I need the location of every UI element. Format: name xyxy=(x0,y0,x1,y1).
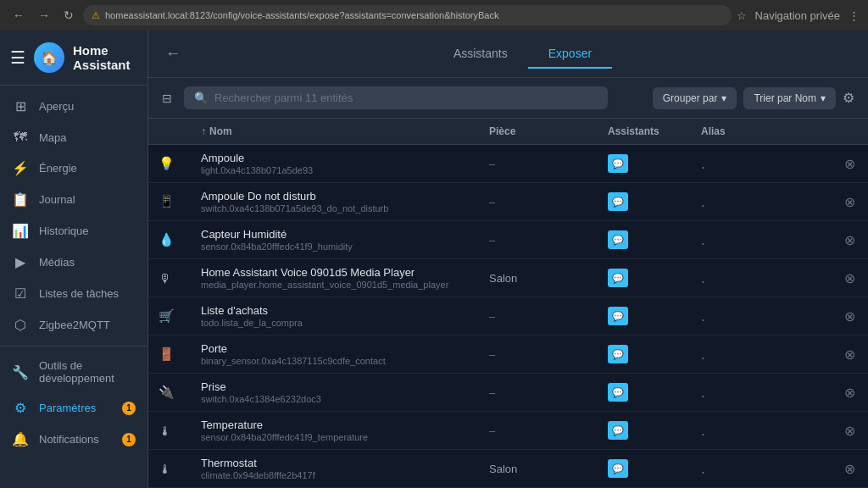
menu-icon[interactable]: ⋮ xyxy=(849,9,860,22)
alias-value: . xyxy=(701,308,705,324)
search-input[interactable] xyxy=(214,92,598,104)
entity-id: media_player.home_assistant_voice_0901d5… xyxy=(201,280,469,290)
remove-entity-button[interactable]: ⊗ xyxy=(844,308,855,324)
entity-alias-cell: . xyxy=(691,450,834,488)
entity-name: Liste d'achats xyxy=(201,304,469,317)
entity-remove-cell[interactable]: ⊗ xyxy=(834,336,868,374)
entity-id: sensor.0x84ba20fffedc41f9_temperature xyxy=(201,432,469,442)
group-chevron-icon: ▾ xyxy=(721,92,726,104)
entity-assistants-cell[interactable]: 💬 xyxy=(598,412,691,450)
entity-piece-cell: – xyxy=(479,374,598,412)
entity-remove-cell[interactable]: ⊗ xyxy=(834,412,868,450)
sidebar-item-listes[interactable]: ☑ Listes de tâches xyxy=(0,278,147,309)
sidebar-item-params[interactable]: ⚙ Paramètres 1 xyxy=(0,392,147,424)
back-navigation-button[interactable]: ← xyxy=(165,45,181,63)
entity-alias-cell: . xyxy=(691,221,834,259)
entity-name-cell: Ampoule Do not disturb switch.0xa4c138b0… xyxy=(191,183,479,221)
assistant-icon[interactable]: 💬 xyxy=(608,230,628,249)
entity-piece-cell: – xyxy=(479,221,598,259)
col-assistants: Assistants xyxy=(598,119,691,145)
entity-remove-cell[interactable]: ⊗ xyxy=(834,183,868,221)
sidebar-item-zigbee[interactable]: ⬡ Zigbee2MQTT xyxy=(0,309,147,341)
entity-type-icon: 🎙 xyxy=(148,259,191,297)
assistant-icon[interactable]: 💬 xyxy=(608,307,628,325)
assistant-icon[interactable]: 💬 xyxy=(608,383,628,402)
entity-type-icon: 🌡 xyxy=(148,412,191,450)
entity-remove-cell[interactable]: ⊗ xyxy=(834,297,868,336)
journal-icon: 📋 xyxy=(12,191,29,208)
entity-assistants-cell[interactable]: 💬 xyxy=(598,183,691,221)
sidebar-item-mapa[interactable]: 🗺 Mapa xyxy=(0,122,147,152)
entity-alias-cell: . xyxy=(691,183,834,221)
entity-remove-cell[interactable]: ⊗ xyxy=(834,145,868,183)
remove-entity-button[interactable]: ⊗ xyxy=(844,156,855,172)
entity-assistants-cell[interactable]: 💬 xyxy=(598,145,691,183)
table-row: 💧 Capteur Humidité sensor.0x84ba20fffedc… xyxy=(148,221,868,259)
entity-remove-cell[interactable]: ⊗ xyxy=(834,259,868,297)
group-by-button[interactable]: Grouper par ▾ xyxy=(653,87,737,109)
entity-name: Ampoule Do not disturb xyxy=(201,190,469,202)
remove-entity-button[interactable]: ⊗ xyxy=(844,385,855,401)
remove-entity-button[interactable]: ⊗ xyxy=(844,461,855,477)
entity-type-icon: 🛒 xyxy=(148,297,191,336)
settings-icon[interactable]: ⚙ xyxy=(843,90,854,106)
entity-assistants-cell[interactable]: 💬 xyxy=(598,450,691,488)
remove-entity-button[interactable]: ⊗ xyxy=(844,347,855,363)
sidebar-item-journal[interactable]: 📋 Journal xyxy=(0,184,147,215)
tab-assistants[interactable]: Assistants xyxy=(433,40,528,69)
address-bar[interactable]: ⚠ homeassistant.local:8123/config/voice-… xyxy=(83,5,732,25)
entity-assistants-cell[interactable]: 💬 xyxy=(598,221,691,259)
sidebar-item-medias[interactable]: ▶ Médias xyxy=(0,247,147,278)
entities-table: ↑Nom Pièce Assistants Alias 💡 Ampoule li… xyxy=(148,119,868,488)
entity-name-cell: Porte binary_sensor.0xa4c1387115c9cdfe_c… xyxy=(191,336,479,374)
entity-assistants-cell[interactable]: 💬 xyxy=(598,336,691,374)
col-nom[interactable]: ↑Nom xyxy=(191,119,479,145)
entity-remove-cell[interactable]: ⊗ xyxy=(834,374,868,412)
table-row: 📱 Ampoule Do not disturb switch.0xa4c138… xyxy=(148,183,868,221)
sidebar-item-label: Historique xyxy=(39,225,89,237)
entity-type-icon: 🚪 xyxy=(148,336,191,374)
sidebar-item-energie[interactable]: ⚡ Énergie xyxy=(0,152,147,184)
sort-button[interactable]: Trier par Nom ▾ xyxy=(743,87,836,109)
hamburger-icon[interactable]: ☰ xyxy=(10,47,25,68)
group-by-label: Grouper par xyxy=(663,92,718,104)
entity-remove-cell[interactable]: ⊗ xyxy=(834,221,868,259)
remove-entity-button[interactable]: ⊗ xyxy=(844,270,855,286)
reload-button[interactable]: ↻ xyxy=(59,7,78,24)
sidebar-item-notifs[interactable]: 🔔 Notifications 1 xyxy=(0,424,147,455)
filter-icon[interactable]: ⊟ xyxy=(162,92,172,105)
col-icon xyxy=(148,119,191,145)
entity-alias-cell: . xyxy=(691,297,834,336)
remove-entity-button[interactable]: ⊗ xyxy=(844,194,855,210)
assistant-icon[interactable]: 💬 xyxy=(608,192,628,211)
sidebar-item-dev[interactable]: 🔧 Outils de développement xyxy=(0,352,147,392)
entity-assistants-cell[interactable]: 💬 xyxy=(598,374,691,412)
entity-name: Prise xyxy=(201,380,469,393)
entity-assistants-cell[interactable]: 💬 xyxy=(598,259,691,297)
assistant-icon[interactable]: 💬 xyxy=(608,345,628,363)
assistant-icon[interactable]: 💬 xyxy=(608,421,628,440)
forward-button[interactable]: → xyxy=(34,7,54,24)
remove-entity-button[interactable]: ⊗ xyxy=(844,423,855,439)
entity-piece: – xyxy=(489,158,495,170)
assistant-icon[interactable]: 💬 xyxy=(608,269,628,287)
back-button[interactable]: ← xyxy=(8,7,29,24)
sidebar-item-apercu[interactable]: ⊞ Aperçu xyxy=(0,91,147,122)
toolbar-right: Grouper par ▾ Trier par Nom ▾ ⚙ xyxy=(653,87,854,109)
alias-value: . xyxy=(701,346,705,363)
col-alias: Alias xyxy=(691,119,834,145)
sidebar-item-historique[interactable]: 📊 Historique xyxy=(0,215,147,247)
entity-remove-cell[interactable]: ⊗ xyxy=(834,450,868,488)
assistant-icon[interactable]: 💬 xyxy=(608,154,628,173)
remove-entity-button[interactable]: ⊗ xyxy=(844,232,855,248)
entity-name: Capteur Humidité xyxy=(201,228,469,241)
entity-assistants-cell[interactable]: 💬 xyxy=(598,297,691,336)
tab-exposer[interactable]: Exposer xyxy=(528,40,612,69)
assistant-icon[interactable]: 💬 xyxy=(608,459,628,478)
browser-chrome: ← → ↻ ⚠ homeassistant.local:8123/config/… xyxy=(0,0,868,30)
star-icon[interactable]: ☆ xyxy=(737,9,747,22)
entity-id: sensor.0x84ba20fffedc41f9_humidity xyxy=(201,241,469,252)
entity-type-icon: 🌡 xyxy=(148,450,191,488)
search-box[interactable]: 🔍 xyxy=(184,86,608,109)
entity-piece-cell: Salon xyxy=(479,259,598,297)
